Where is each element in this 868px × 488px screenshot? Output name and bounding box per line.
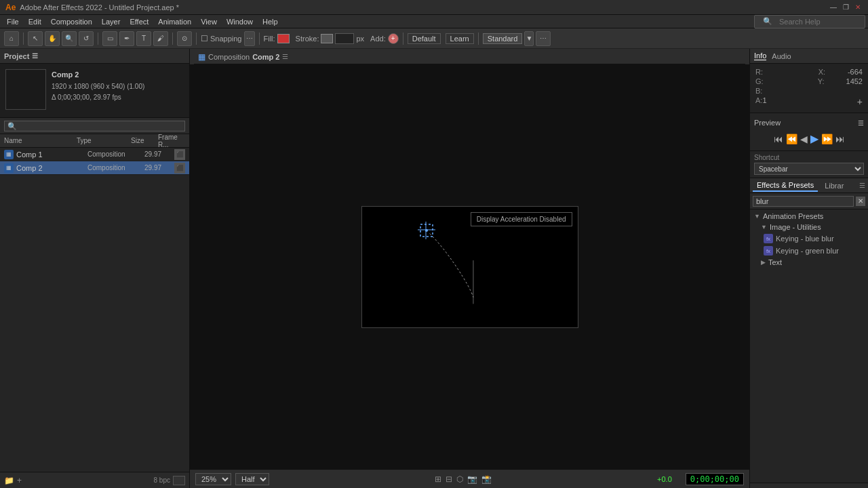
comp2-icon: ▦ (4, 163, 14, 173)
clear-search-btn[interactable]: ✕ (856, 197, 865, 206)
comp2-fps: 29.97 (144, 164, 172, 171)
play-btn[interactable]: ▶ (810, 132, 818, 145)
menu-window[interactable]: Window (222, 17, 257, 26)
text-group[interactable]: ▶ Text (750, 257, 868, 268)
shape-tool-rect[interactable]: ▭ (102, 31, 117, 46)
add-btn[interactable]: + (388, 33, 399, 44)
viewer-icon-check[interactable]: ⊞ (435, 474, 441, 484)
effects-presets-tab[interactable]: Effects & Presets (753, 180, 818, 192)
image-utilities-label: Image - Utilities (770, 223, 821, 231)
rotate-tool[interactable]: ↺ (79, 31, 94, 46)
add-icon[interactable]: + (857, 96, 863, 107)
close-btn[interactable]: ✕ (853, 3, 863, 12)
project-search-bar (0, 118, 189, 134)
app-title: Adobe After Effects 2022 - Untitled Proj… (20, 3, 179, 12)
menu-animation[interactable]: Animation (154, 17, 195, 26)
search-help-input[interactable] (779, 18, 861, 26)
stroke-color[interactable] (321, 34, 333, 43)
viewer-canvas[interactable]: Display Acceleration Disabled (361, 206, 578, 328)
animation-presets-group[interactable]: ▼ Animation Presets ▼ Image - Utilities … (750, 211, 868, 268)
project-menu-icon[interactable]: ☰ (32, 52, 38, 60)
viewer-icon-cam[interactable]: 📷 (467, 474, 477, 484)
x-value: -664 (848, 68, 863, 76)
next-frame-btn[interactable]: ⏩ (821, 134, 833, 144)
brush-tool[interactable]: 🖌 (153, 31, 168, 46)
hand-tool[interactable]: ✋ (45, 31, 60, 46)
fill-color[interactable] (277, 34, 290, 43)
window-controls: — ❐ ✕ (829, 3, 863, 12)
shortcut-label: Shortcut (754, 154, 864, 161)
text-group-header[interactable]: ▶ Text (750, 257, 868, 268)
menu-edit[interactable]: Edit (24, 17, 45, 26)
stroke-width-input[interactable] (335, 33, 354, 44)
col-type-header: Type (77, 137, 131, 144)
quality-select[interactable]: Half (235, 473, 269, 485)
effects-tab-menu[interactable]: ☰ (859, 182, 865, 189)
workspace-menu-btn[interactable]: ▼ (524, 31, 534, 46)
image-utilities-group[interactable]: ▼ Image - Utilities fx Keying - blue blu… (750, 222, 868, 257)
effects-search-input[interactable] (753, 196, 854, 207)
default-btn[interactable]: Default (408, 33, 441, 44)
image-utilities-header[interactable]: ▼ Image - Utilities (750, 222, 868, 232)
menu-view[interactable]: View (197, 17, 221, 26)
text-tool[interactable]: T (136, 31, 151, 46)
viewer-icon-safe[interactable]: ⊟ (446, 474, 452, 484)
last-frame-btn[interactable]: ⏭ (835, 134, 845, 144)
shape-crosshair (416, 220, 437, 241)
prev-frame-btn[interactable]: ⏪ (786, 134, 797, 144)
puppet-tool[interactable]: ⊙ (177, 31, 192, 46)
animation-presets-label: Animation Presets (763, 212, 823, 220)
project-panel-header: Project ☰ (0, 49, 189, 64)
preview-section: Preview ☰ ⏮ ⏪ ◀ ▶ ⏩ ⏭ (750, 113, 868, 151)
color-mgmt-btn[interactable] (173, 476, 185, 485)
project-item-comp2[interactable]: ▦ Comp 2 Composition 29.97 ⬛ (0, 161, 189, 175)
comp-tab-menu[interactable]: ☰ (282, 53, 288, 60)
stroke-label: Stroke: (296, 35, 319, 43)
minimize-btn[interactable]: — (829, 3, 838, 12)
viewer-icon-snapshot[interactable]: 📸 (481, 474, 492, 484)
g-label: G: (755, 77, 764, 85)
pen-tool[interactable]: ✒ (119, 31, 134, 46)
menu-help[interactable]: Help (258, 17, 282, 26)
menu-layer[interactable]: Layer (98, 17, 125, 26)
maximize-btn[interactable]: ❐ (841, 3, 850, 12)
project-search-input[interactable] (4, 121, 185, 131)
home-btn[interactable]: ⌂ (4, 31, 19, 46)
menu-effect[interactable]: Effect (125, 17, 153, 26)
zoom-tool[interactable]: 🔍 (62, 31, 77, 46)
preview-menu-icon[interactable]: ☰ (858, 119, 864, 127)
new-folder-btn[interactable]: 📁 (4, 476, 14, 485)
exposure-indicator[interactable]: +0.0 (657, 475, 672, 483)
animation-presets-header[interactable]: ▼ Animation Presets (750, 211, 868, 222)
project-item-comp1[interactable]: ▦ Comp 1 Composition 29.97 ⬛ (0, 148, 189, 161)
comp-breadcrumb-bar: ▦ Composition Comp 2 ☰ (194, 49, 745, 64)
viewer-icon-3d[interactable]: ⬡ (456, 474, 463, 484)
standard-btn[interactable]: Standard (483, 33, 523, 44)
first-frame-btn[interactable]: ⏮ (774, 134, 783, 144)
menu-file[interactable]: File (3, 17, 23, 26)
shortcut-section: Shortcut Spacebar (750, 151, 868, 178)
keying-blue-blur-item[interactable]: fx Keying - blue blur (750, 232, 868, 245)
expand-panels-btn[interactable]: ⋯ (536, 31, 551, 46)
snap-icon[interactable]: ⋯ (244, 31, 255, 46)
keying-green-blur-item[interactable]: fx Keying - green blur (750, 245, 868, 257)
add-label: Add: (370, 35, 386, 43)
rev-play-btn[interactable]: ◀ (800, 134, 808, 144)
learn-btn[interactable]: Learn (446, 33, 474, 44)
comp-viewer-area[interactable]: RRCG Display Acceleration Di (190, 65, 749, 469)
new-item-btn[interactable]: + (17, 476, 22, 485)
col-name-header: Name (4, 137, 77, 144)
menu-composition[interactable]: Composition (47, 17, 96, 26)
zoom-select[interactable]: 25% (195, 473, 231, 485)
audio-tab[interactable]: Audio (772, 52, 791, 60)
anim-presets-arrow: ▼ (754, 213, 760, 220)
effects-resize-handle[interactable] (750, 483, 868, 488)
shortcut-row: Spacebar (754, 163, 864, 175)
select-tool[interactable]: ↖ (28, 31, 43, 46)
comp-info-area: Comp 2 1920 x 1080 (960 x 540) (1.00) Δ … (0, 64, 189, 118)
library-tab[interactable]: Librar (821, 180, 848, 191)
snapping-checkbox[interactable]: ☐ Snapping (201, 34, 242, 43)
info-tab[interactable]: Info (754, 52, 766, 60)
shortcut-select[interactable]: Spacebar (754, 163, 864, 175)
toolbar-sep-6 (403, 33, 403, 45)
